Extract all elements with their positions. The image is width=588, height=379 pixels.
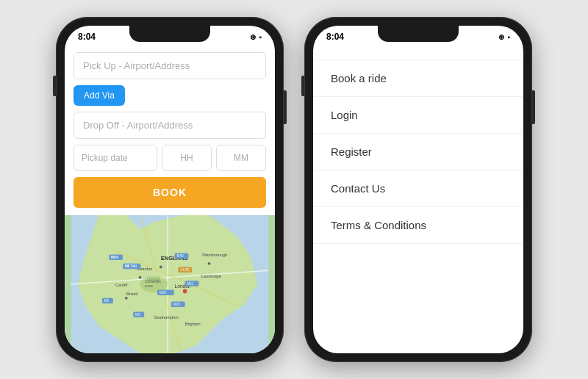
menu-item-terms[interactable]: Terms & Conditions xyxy=(313,207,523,244)
notch-left xyxy=(129,26,210,42)
svg-text:Bristol: Bristol xyxy=(126,292,138,296)
phone-left: 8:04 ⊛ ▪ Pick Up - Airport/Address Add V… xyxy=(56,17,284,362)
map-area: ENGLAND London Bristol Cardiff Peterboro… xyxy=(65,215,275,353)
svg-text:M40: M40 xyxy=(176,254,184,258)
booking-screen: Pick Up - Airport/Address Add Via Drop O… xyxy=(65,45,275,353)
dropoff-field[interactable]: Drop Off - Airport/Address xyxy=(74,112,266,139)
svg-text:Peterborough: Peterborough xyxy=(202,253,227,257)
date-time-row: Pickup date HH MM xyxy=(74,145,266,171)
menu-item-login[interactable]: Login xyxy=(313,97,523,134)
status-icons-left: ⊛ ▪ xyxy=(250,33,262,41)
wifi-icon-right: ⊛ xyxy=(498,33,504,41)
svg-text:Southampton: Southampton xyxy=(154,315,178,320)
svg-text:Cotswolds: Cotswolds xyxy=(145,280,161,284)
time-left: 8:04 xyxy=(78,32,96,42)
svg-text:AONB: AONB xyxy=(145,285,153,288)
phone-right: 8:04 ⊛ ▪ Book a ride Login Register Cont… xyxy=(304,17,532,362)
svg-text:M23: M23 xyxy=(173,303,181,306)
svg-text:M54: M54 xyxy=(111,256,118,259)
phone-right-screen: 8:04 ⊛ ▪ Book a ride Login Register Cont… xyxy=(313,26,523,353)
minute-field[interactable]: MM xyxy=(216,145,266,171)
wifi-icon: ⊛ xyxy=(250,33,256,41)
pickup-field[interactable]: Pick Up - Airport/Address xyxy=(74,52,266,79)
notch-right xyxy=(378,26,459,42)
phone-left-screen: 8:04 ⊛ ▪ Pick Up - Airport/Address Add V… xyxy=(65,26,275,353)
svg-text:Brighton: Brighton xyxy=(185,322,201,326)
svg-point-9 xyxy=(208,262,211,265)
status-icons-right: ⊛ ▪ xyxy=(498,33,510,41)
status-bar-right: 8:04 ⊛ ▪ xyxy=(313,26,523,45)
svg-point-6 xyxy=(159,266,162,269)
phones-container: 8:04 ⊛ ▪ Pick Up - Airport/Address Add V… xyxy=(56,17,532,362)
svg-text:M6 Toll: M6 Toll xyxy=(125,264,137,268)
date-field[interactable]: Pickup date xyxy=(74,145,157,171)
time-right: 8:04 xyxy=(326,32,344,42)
svg-text:Cardiff: Cardiff xyxy=(115,283,128,287)
add-via-button[interactable]: Add Via xyxy=(74,85,125,106)
menu-item-book[interactable]: Book a ride xyxy=(313,59,523,97)
hour-field[interactable]: HH xyxy=(162,145,212,171)
menu-item-register[interactable]: Register xyxy=(313,134,523,170)
menu-screen: Book a ride Login Register Contact Us Te… xyxy=(313,45,523,353)
menu-item-contact[interactable]: Contact Us xyxy=(313,170,523,207)
svg-point-5 xyxy=(183,289,187,294)
svg-text:M25: M25 xyxy=(159,291,167,295)
status-bar-left: 8:04 ⊛ ▪ xyxy=(65,26,275,45)
battery-icon-right: ▪ xyxy=(507,33,510,41)
booking-form: Pick Up - Airport/Address Add Via Drop O… xyxy=(65,45,275,215)
menu-list: Book a ride Login Register Contact Us Te… xyxy=(313,45,523,259)
map-svg: ENGLAND London Bristol Cardiff Peterboro… xyxy=(65,215,275,353)
battery-icon: ▪ xyxy=(259,33,262,41)
svg-text:A1(M): A1(M) xyxy=(180,268,190,272)
svg-point-7 xyxy=(125,297,128,300)
book-button[interactable]: BOOK xyxy=(74,177,266,208)
svg-text:M11: M11 xyxy=(187,282,195,286)
svg-text:M5: M5 xyxy=(104,299,110,303)
svg-text:Cambridge: Cambridge xyxy=(201,274,221,278)
svg-text:M3: M3 xyxy=(135,313,140,317)
svg-point-8 xyxy=(139,276,142,279)
